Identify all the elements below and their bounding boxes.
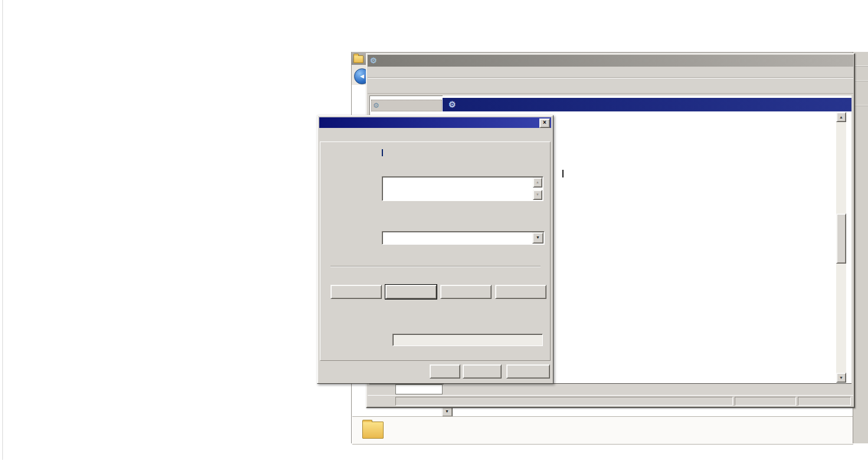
filter-box bbox=[395, 384, 443, 394]
table-scrollbar[interactable]: ▲ ▼ bbox=[836, 112, 846, 383]
properties-dialog[interactable]: × ▲ ▼ ▼ bbox=[317, 115, 553, 384]
close-icon[interactable]: × bbox=[539, 119, 550, 128]
scroll-up-icon[interactable]: ▲ bbox=[533, 177, 542, 187]
fortsetzen-button[interactable] bbox=[495, 285, 546, 299]
screen: ◄ ▼ ⚙ ⚙ ⚙ bbox=[0, 0, 868, 464]
menubar bbox=[368, 67, 853, 78]
beenden-button[interactable] bbox=[385, 285, 437, 299]
services-statusbar bbox=[368, 395, 853, 406]
fold-structure-line bbox=[2, 0, 3, 460]
dienstname-value bbox=[382, 149, 383, 156]
folder-icon-large bbox=[362, 422, 384, 439]
explorer-statusbar bbox=[352, 416, 853, 445]
statusbar-panel bbox=[735, 397, 796, 406]
scroll-up-icon[interactable]: ▲ bbox=[836, 112, 846, 122]
abbrechen-button[interactable] bbox=[463, 364, 502, 379]
separator bbox=[330, 266, 541, 267]
tree-dropdown-button[interactable]: ▼ bbox=[441, 407, 453, 417]
uebernehmen-button[interactable] bbox=[506, 364, 550, 379]
statusbar-panel bbox=[395, 397, 733, 406]
table-body bbox=[566, 122, 836, 383]
starttyp-select[interactable]: ▼ bbox=[382, 231, 545, 245]
chevron-down-icon: ▼ bbox=[532, 232, 543, 243]
folder-icon bbox=[353, 55, 363, 63]
statusbar-panel bbox=[798, 397, 851, 406]
chevron-down-icon: ▼ bbox=[445, 409, 449, 413]
ok-button[interactable] bbox=[430, 364, 460, 379]
starten-button[interactable] bbox=[330, 285, 382, 299]
tree-item-dienste-lokal[interactable]: ⚙ bbox=[371, 100, 442, 111]
startparameter-input[interactable] bbox=[392, 334, 543, 346]
result-pane-header: ⚙ bbox=[443, 98, 851, 111]
toolbar bbox=[368, 78, 853, 94]
scroll-down-icon[interactable]: ▼ bbox=[533, 190, 542, 200]
caret-mark bbox=[562, 170, 564, 177]
editor-folding-gutter[interactable] bbox=[0, 0, 8, 464]
beschreibung-field[interactable]: ▲ ▼ bbox=[382, 176, 543, 201]
services-table[interactable]: ▲ ▼ bbox=[566, 112, 846, 383]
services-titlebar[interactable]: ⚙ bbox=[368, 55, 853, 67]
scroll-down-icon[interactable]: ▼ bbox=[836, 373, 846, 383]
services-app-icon: ⚙ bbox=[370, 56, 377, 65]
table-header bbox=[566, 112, 846, 122]
tab-page-allgemein: ▲ ▼ ▼ bbox=[320, 141, 551, 361]
back-arrow-icon: ◄ bbox=[359, 73, 365, 80]
service-gear-icon: ⚙ bbox=[448, 100, 456, 109]
service-gear-icon: ⚙ bbox=[373, 101, 379, 110]
anhalten-button[interactable] bbox=[440, 285, 492, 299]
scrollbar-thumb[interactable] bbox=[836, 213, 846, 264]
dialog-titlebar[interactable]: × bbox=[319, 117, 551, 128]
